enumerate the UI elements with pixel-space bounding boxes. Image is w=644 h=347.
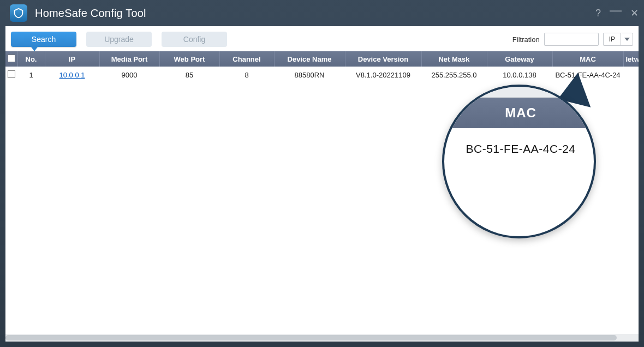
tab-upgrade[interactable]: Upgrade	[86, 32, 152, 47]
header-checkbox-cell[interactable]	[5, 51, 17, 67]
toolbar: Search Upgrade Config Filtration IP	[5, 26, 639, 51]
header-no[interactable]: No.	[17, 51, 45, 67]
scrollbar-thumb[interactable]	[5, 335, 617, 340]
chevron-down-icon	[621, 33, 633, 45]
row-checkbox-cell[interactable]	[5, 67, 17, 83]
header-net-mask[interactable]: Net Mask	[421, 51, 487, 67]
app-title: HomeSafe Config Tool	[35, 7, 595, 20]
filtration-input[interactable]	[544, 33, 599, 46]
magnifier-callout: MAC BC-51-FE-AA-4C-24	[442, 85, 596, 238]
header-device-name[interactable]: Device Name	[274, 51, 345, 67]
tab-config[interactable]: Config	[162, 32, 227, 47]
header-gateway[interactable]: Gateway	[487, 51, 552, 67]
cell-ip-link[interactable]: 10.0.0.1	[59, 71, 85, 79]
callout-value: BC-51-FE-AA-4C-24	[442, 128, 596, 155]
header-media-port[interactable]: Media Port	[99, 51, 159, 67]
help-icon[interactable]: ?	[595, 8, 601, 18]
minimize-icon[interactable]: —	[610, 4, 622, 16]
close-icon[interactable]: ✕	[630, 8, 639, 18]
filtration-label: Filtration	[512, 35, 540, 44]
row-checkbox[interactable]	[8, 70, 15, 78]
cell-no: 1	[17, 67, 45, 83]
cell-channel: 8	[219, 67, 274, 83]
app-logo-icon	[10, 4, 27, 22]
table-header-row: No. IP Media Port Web Port Channel Devic…	[5, 51, 639, 67]
active-tab-indicator-icon	[31, 47, 38, 51]
table-row[interactable]: 1 10.0.0.1 9000 85 8 88580RN V8.1.0-2022…	[5, 67, 639, 83]
cell-web-port: 85	[159, 67, 219, 83]
cell-media-port: 9000	[99, 67, 159, 83]
cell-net-mask: 255.255.255.0	[421, 67, 487, 83]
tab-search[interactable]: Search	[11, 32, 76, 47]
header-channel[interactable]: Channel	[219, 51, 274, 67]
filtration-group: Filtration IP	[512, 33, 633, 46]
header-ip[interactable]: IP	[45, 51, 99, 67]
header-network-partial[interactable]: letw	[623, 51, 639, 67]
filtration-select-value: IP	[604, 35, 621, 43]
header-mac[interactable]: MAC	[552, 51, 623, 67]
title-bar: HomeSafe Config Tool ? — ✕	[0, 0, 644, 26]
cell-device-version: V8.1.0-20221109	[345, 67, 421, 83]
header-web-port[interactable]: Web Port	[159, 51, 219, 67]
select-all-checkbox[interactable]	[8, 55, 15, 62]
filtration-select[interactable]: IP	[603, 33, 633, 46]
header-device-version[interactable]: Device Version	[345, 51, 421, 67]
cell-gateway: 10.0.0.138	[487, 67, 552, 83]
horizontal-scrollbar[interactable]	[5, 334, 639, 342]
cell-device-name: 88580RN	[274, 67, 345, 83]
